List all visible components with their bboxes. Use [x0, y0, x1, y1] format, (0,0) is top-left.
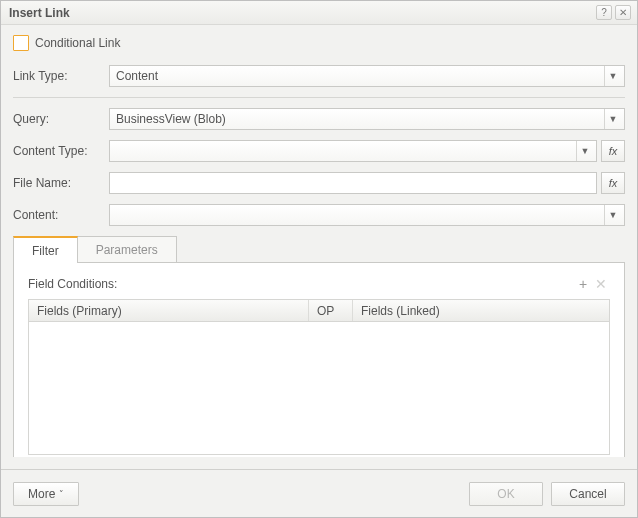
content-select[interactable]: ▼ — [109, 204, 625, 226]
cancel-label: Cancel — [569, 487, 606, 501]
chevron-down-icon: ▼ — [604, 109, 622, 129]
link-type-select[interactable]: Content ▼ — [109, 65, 625, 87]
chevron-down-icon: ˅ — [59, 489, 64, 499]
add-condition-button[interactable]: + — [574, 275, 592, 293]
col-fields-linked: Fields (Linked) — [353, 300, 609, 321]
file-name-fx-button[interactable]: fx — [601, 172, 625, 194]
insert-link-dialog: Insert Link ? ✕ Conditional Link Link Ty… — [0, 0, 638, 518]
tabs: Filter Parameters — [13, 236, 625, 262]
separator — [13, 97, 625, 98]
query-row: Query: BusinessView (Blob) ▼ — [13, 108, 625, 130]
cancel-button[interactable]: Cancel — [551, 482, 625, 506]
help-button[interactable]: ? — [596, 5, 612, 20]
content-type-label: Content Type: — [13, 144, 109, 158]
chevron-down-icon: ▼ — [604, 66, 622, 86]
content-label: Content: — [13, 208, 109, 222]
close-button[interactable]: ✕ — [615, 5, 631, 20]
more-button[interactable]: More ˅ — [13, 482, 79, 506]
help-icon: ? — [601, 7, 607, 18]
fx-icon: fx — [609, 145, 618, 157]
link-type-row: Link Type: Content ▼ — [13, 65, 625, 87]
file-name-row: File Name: fx — [13, 172, 625, 194]
filter-panel: Field Conditions: + ✕ Fields (Primary) O… — [13, 262, 625, 457]
dialog-title: Insert Link — [9, 6, 593, 20]
fx-icon: fx — [609, 177, 618, 189]
remove-icon: ✕ — [595, 277, 607, 291]
field-conditions-grid: Fields (Primary) OP Fields (Linked) — [28, 299, 610, 455]
content-type-fx-button[interactable]: fx — [601, 140, 625, 162]
tab-filter[interactable]: Filter — [13, 236, 78, 263]
content-type-select[interactable]: ▼ — [109, 140, 597, 162]
dialog-footer: More ˅ OK Cancel — [1, 469, 637, 517]
ok-label: OK — [497, 487, 514, 501]
query-label: Query: — [13, 112, 109, 126]
tab-parameters-label: Parameters — [96, 243, 158, 257]
field-conditions-label: Field Conditions: — [28, 277, 574, 291]
dialog-content: Conditional Link Link Type: Content ▼ Qu… — [1, 25, 637, 457]
conditional-link-row: Conditional Link — [13, 35, 625, 51]
conditional-link-label: Conditional Link — [35, 36, 120, 50]
query-value: BusinessView (Blob) — [116, 112, 604, 126]
col-fields-primary: Fields (Primary) — [29, 300, 309, 321]
plus-icon: + — [579, 277, 587, 291]
tab-filter-label: Filter — [32, 244, 59, 258]
tab-parameters[interactable]: Parameters — [77, 236, 177, 262]
field-conditions-header: Field Conditions: + ✕ — [28, 275, 610, 293]
file-name-input[interactable] — [109, 172, 597, 194]
more-label: More — [28, 487, 55, 501]
content-type-row: Content Type: ▼ fx — [13, 140, 625, 162]
ok-button: OK — [469, 482, 543, 506]
link-type-value: Content — [116, 69, 604, 83]
link-type-label: Link Type: — [13, 69, 109, 83]
chevron-down-icon: ▼ — [604, 205, 622, 225]
remove-condition-button: ✕ — [592, 275, 610, 293]
conditional-link-checkbox[interactable] — [13, 35, 29, 51]
col-op: OP — [309, 300, 353, 321]
grid-header: Fields (Primary) OP Fields (Linked) — [29, 300, 609, 322]
close-icon: ✕ — [619, 7, 627, 18]
content-row: Content: ▼ — [13, 204, 625, 226]
query-select[interactable]: BusinessView (Blob) ▼ — [109, 108, 625, 130]
chevron-down-icon: ▼ — [576, 141, 594, 161]
titlebar: Insert Link ? ✕ — [1, 1, 637, 25]
file-name-label: File Name: — [13, 176, 109, 190]
